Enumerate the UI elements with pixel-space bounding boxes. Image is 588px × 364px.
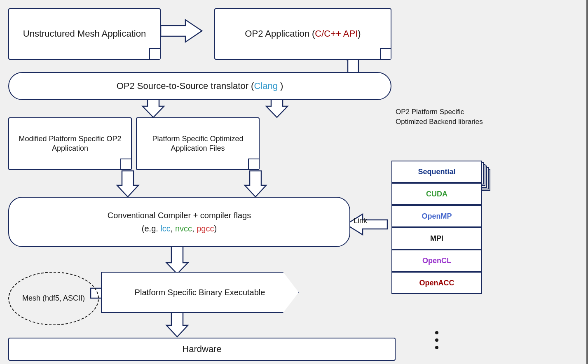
op2-application-box: OP2 Application (C/C++ API) — [214, 8, 391, 60]
translator-box: OP2 Source-to-Source translator (Clang ) — [8, 72, 391, 100]
mesh-ellipse: Mesh (hdf5, ASCII) — [8, 272, 99, 325]
svg-point-15 — [435, 338, 438, 342]
arrow-modplatform-down — [117, 171, 138, 197]
svg-marker-9 — [245, 171, 266, 197]
compiler-label-line1: Conventional Compiler + compiler flags — [108, 210, 251, 221]
modified-platform-box: Modified Platform Specific OP2 Applicati… — [8, 117, 132, 170]
svg-point-16 — [435, 346, 438, 349]
svg-marker-11 — [166, 311, 188, 337]
link-label: Link — [354, 216, 367, 226]
compiler-box: Conventional Compiler + compiler flags (… — [8, 197, 350, 247]
hardware-box: Hardware — [8, 338, 396, 361]
lib-mpi: MPI — [391, 227, 482, 250]
arrow-mesh-to-op2 — [161, 20, 202, 42]
svg-marker-8 — [117, 171, 138, 197]
lib-openmp: OpenMP — [391, 205, 482, 227]
lib-sequential: Sequential — [391, 161, 482, 183]
binary-box: Platform Specific Binary Executable — [101, 272, 299, 313]
arrow-compiler-down — [166, 246, 188, 274]
diagram: Unstructured Mesh Application OP2 Applic… — [0, 0, 588, 364]
arrow-platspec-down — [245, 171, 266, 197]
arrow-binary-down — [166, 311, 188, 337]
lib-cuda: CUDA — [391, 183, 482, 205]
translator-label: OP2 Source-to-Source translator (Clang ) — [117, 80, 283, 93]
platform-optimized-box: Platform Specific Optimized Application … — [136, 117, 260, 170]
unstructured-mesh-box: Unstructured Mesh Application — [8, 8, 161, 60]
lib-opencl: OpenCL — [391, 250, 482, 272]
backend-label: OP2 Platform Specific Optimized Backend … — [396, 107, 490, 127]
lib-openacc: OpenACC — [391, 272, 482, 294]
op2-app-label: OP2 Application (C/C++ API) — [245, 28, 361, 40]
svg-marker-3 — [161, 20, 202, 42]
right-border — [586, 0, 588, 364]
svg-point-14 — [435, 331, 438, 334]
compiler-label-line2: (e.g. lcc, nvcc, pgcc) — [142, 223, 217, 234]
svg-marker-10 — [166, 246, 188, 274]
